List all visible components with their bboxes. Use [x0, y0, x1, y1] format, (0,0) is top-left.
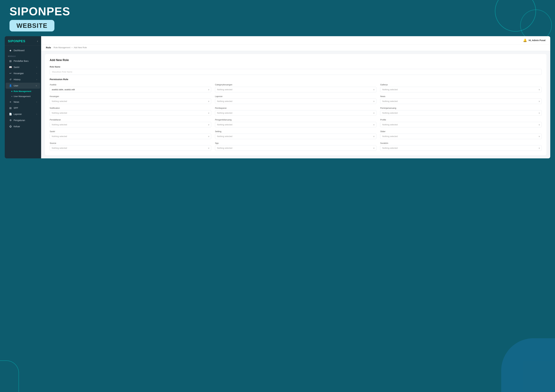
- select-source[interactable]: Nothing selected: [50, 145, 211, 151]
- permission-title: Permission Role: [50, 78, 542, 81]
- select-wrapper-laporan: Nothing selected∨: [215, 99, 377, 104]
- permission-label-news: News: [380, 95, 542, 98]
- sidebar-nav: ◆ Dashboard MODULE ▤ Pendaftar Baru 📖 Sa…: [5, 46, 41, 131]
- brand-title: SIPONPES: [9, 6, 546, 17]
- select-setting[interactable]: Nothing selected: [215, 134, 377, 139]
- permission-item-notification: NotificationNothing selected∨: [50, 107, 211, 116]
- settings-icon: ⚙: [9, 119, 12, 122]
- select-news[interactable]: Nothing selected: [380, 99, 542, 104]
- permission-label-suratizin: Suratizin: [380, 142, 542, 144]
- select-wrapper-gallerys: Nothing selected∨: [380, 87, 542, 92]
- select-pengambilanuang[interactable]: Nothing selected: [215, 122, 377, 127]
- permission-label-laporan: Laporan: [215, 95, 377, 98]
- permission-label-pendaftaran: Pendaftaran: [50, 119, 211, 121]
- dashboard-icon: ◆: [9, 49, 12, 52]
- select-gallerys[interactable]: Nothing selected: [380, 87, 542, 92]
- select-wrapper-spp: Nothing selected∨: [215, 145, 377, 151]
- permission-label-categorykeuangan: Categorykeuangan: [215, 84, 377, 86]
- breadcrumb-dot: •: [72, 46, 73, 49]
- permission-label-notification: Notification: [50, 107, 211, 109]
- role-name-input[interactable]: [50, 69, 542, 75]
- sidebar-item-label: History: [14, 78, 21, 81]
- breadcrumb-add-new-role: Add New Role: [74, 46, 87, 49]
- select-wrapper-news: Nothing selected∨: [380, 99, 542, 104]
- sidebar-item-user-management[interactable]: User Management: [6, 94, 40, 99]
- sidebar-item-label: Dashboard: [14, 49, 24, 52]
- logout-icon: ⏻: [9, 125, 12, 128]
- active-dot: [11, 91, 12, 92]
- sidebar-item-pendaftar-baru[interactable]: ▤ Pendaftar Baru: [6, 58, 40, 64]
- select-wrapper-suratizin: Nothing selected∨: [380, 145, 542, 151]
- select-wrapper-keuangan: Nothing selected∨: [50, 99, 211, 104]
- chevron-icon: ›: [37, 113, 37, 115]
- sidebar-collapse-button[interactable]: ‹: [37, 40, 38, 43]
- permission-item-setting: SettingNothing selected∨: [215, 130, 377, 139]
- notification-bell-icon[interactable]: 🔔: [523, 38, 527, 42]
- select-wrapper-setting: Nothing selected∨: [215, 134, 377, 139]
- sidebar-item-santri[interactable]: 📖 Santri ›: [6, 64, 40, 70]
- permission-item-pembayaran: PembayaranNothing selected∨: [215, 107, 377, 116]
- select-wrapper-notification: Nothing selected∨: [50, 110, 211, 116]
- select-pendaftaran[interactable]: Nothing selected: [50, 122, 211, 127]
- main-layout: SIPONPES ‹ ◆ Dashboard MODULE ▤ Pendafta…: [5, 36, 550, 158]
- sidebar-item-role-management[interactable]: Role Management: [6, 89, 40, 94]
- sidebar-brand: SIPONPES: [8, 39, 25, 43]
- permission-item-suratizin: SuratizinNothing selected∨: [380, 142, 542, 151]
- chevron-icon: ›: [37, 101, 37, 103]
- permission-label-pengambilanuang: Pengambilanuang: [215, 119, 377, 121]
- sidebar-item-spp[interactable]: ▤ SPP: [6, 105, 40, 111]
- permission-item-spp: SppNothing selected∨: [215, 142, 377, 151]
- permission-label-peminjamanuang: Peminjamanuang: [380, 107, 542, 109]
- user-icon: 👤: [9, 84, 12, 87]
- select-laporan[interactable]: Nothing selected: [215, 99, 377, 104]
- select-profile[interactable]: Nothing selected: [380, 122, 542, 127]
- permission-item-gallerys: GallerysNothing selected∨: [380, 84, 542, 92]
- sidebar-item-keuangan[interactable]: ↩ Keuangan ›: [6, 70, 40, 76]
- laporan-icon: 📄: [9, 113, 12, 115]
- select-pembayaran[interactable]: Nothing selected: [215, 110, 377, 116]
- select-asatidz[interactable]: asatidz.table, asatidz.edit: [50, 87, 211, 92]
- sidebar-item-pengaturan[interactable]: ⚙ Pengaturan: [6, 117, 40, 123]
- permission-item-source: SourceNothing selected∨: [50, 142, 211, 151]
- sidebar-item-label: Keuangan: [14, 72, 24, 75]
- permission-item-asatidz: Asatidzasatidz.table, asatidz.edit∨: [50, 84, 211, 92]
- select-wrapper-source: Nothing selected∨: [50, 145, 211, 151]
- permission-label-asatidz: Asatidz: [50, 84, 211, 86]
- sidebar-item-user[interactable]: 👤 User ∨: [6, 83, 40, 89]
- select-spp[interactable]: Nothing selected: [215, 145, 377, 151]
- select-suratizin[interactable]: Nothing selected: [380, 145, 542, 151]
- sidebar-item-keluar[interactable]: ⏻ Keluar: [6, 123, 40, 129]
- select-notification[interactable]: Nothing selected: [50, 110, 211, 116]
- form-card: Add New Role Role Name Permission Role A…: [45, 54, 547, 155]
- sidebar-item-dashboard[interactable]: ◆ Dashboard: [6, 47, 40, 53]
- select-categorykeuangan[interactable]: Nothing selected: [215, 87, 377, 92]
- sidebar-item-label: Santri: [14, 66, 20, 68]
- select-keuangan[interactable]: Nothing selected: [50, 99, 211, 104]
- pendaftar-icon: ▤: [9, 60, 12, 63]
- select-wrapper-categorykeuangan: Nothing selected∨: [215, 87, 377, 92]
- topbar-user: 🔔 Hi, Admin Pusat: [523, 38, 546, 42]
- permission-item-news: NewsNothing selected∨: [380, 95, 542, 104]
- sidebar-item-history[interactable]: ↺ History ›: [6, 77, 40, 83]
- select-santri[interactable]: Nothing selected: [50, 134, 211, 139]
- select-slider[interactable]: Nothing selected: [380, 134, 542, 139]
- inactive-dot: [11, 96, 12, 97]
- sidebar-item-label: News: [14, 101, 19, 103]
- permission-item-pengambilanuang: PengambilanuangNothing selected∨: [215, 119, 377, 127]
- website-badge: WEBSITE: [9, 20, 54, 31]
- role-name-group: Role Name: [50, 66, 542, 75]
- select-peminjamanuang[interactable]: Nothing selected: [380, 110, 542, 116]
- santri-icon: 📖: [9, 66, 12, 69]
- sidebar-sub-label: User Management: [14, 95, 30, 98]
- sidebar-item-laporan[interactable]: 📄 Laporan ›: [6, 111, 40, 117]
- breadcrumb: Role Role Management • Add New Role: [41, 45, 550, 51]
- sidebar-item-news[interactable]: ≡ News ›: [6, 99, 40, 105]
- chevron-icon: ›: [37, 72, 37, 74]
- chevron-down-icon: ∨: [36, 85, 37, 87]
- topbar-username: Hi, Admin Pusat: [529, 39, 546, 42]
- breadcrumb-link-role-management[interactable]: Role Management: [54, 46, 70, 49]
- permission-grid: Asatidzasatidz.table, asatidz.edit∨Categ…: [50, 84, 542, 151]
- permission-item-profile: ProfileNothing selected∨: [380, 119, 542, 127]
- form-title: Add New Role: [50, 58, 542, 62]
- sidebar-item-label: Keluar: [14, 125, 20, 128]
